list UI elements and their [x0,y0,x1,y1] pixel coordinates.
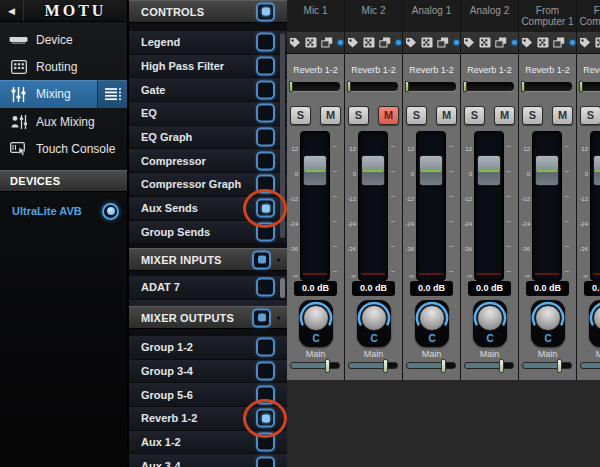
main-send-slider[interactable] [406,362,456,369]
aux-send-slider[interactable] [347,82,398,91]
aux-send-slider[interactable] [579,82,600,91]
channel-routing-grid-icon[interactable] [479,37,491,48]
mute-button[interactable]: M [378,106,399,125]
control-item-checkbox[interactable] [256,456,275,467]
channel-routing-grid-icon[interactable] [305,37,317,48]
control-item-checkbox[interactable] [256,175,275,194]
control-list-item[interactable]: Aux 1-2 [129,431,287,455]
mixer-outputs-master-checkbox[interactable] [252,308,271,327]
solo-button[interactable]: S [522,106,543,125]
channel-copy-icon[interactable] [495,37,507,48]
control-item-checkbox[interactable] [256,104,275,123]
device-row-ultralite-avb[interactable]: UltraLite AVB [0,198,127,224]
channel-tag-icon[interactable] [405,37,417,48]
aux-send-handle[interactable] [289,81,293,92]
control-list-item[interactable]: Group 1-2 [129,336,287,360]
channel-tag-icon[interactable] [463,37,475,48]
aux-send-handle[interactable] [521,81,525,92]
control-list-item[interactable]: High Pass Filter [129,55,287,79]
main-send-handle[interactable] [441,359,446,373]
main-send-handle[interactable] [499,359,504,373]
aux-send-handle[interactable] [347,81,351,92]
control-item-checkbox[interactable] [256,33,275,52]
control-list-item[interactable]: ADAT 7 [129,276,287,300]
back-button[interactable]: ◀ [0,0,24,21]
control-list-item[interactable]: Compressor Graph [129,173,287,197]
control-list-item[interactable]: Legend [129,31,287,55]
fader-track[interactable] [590,131,600,281]
control-item-checkbox[interactable] [256,222,275,241]
control-list-item[interactable]: Aux 3-4 [129,454,287,467]
mute-button[interactable]: M [436,106,457,125]
fader-handle[interactable] [535,155,559,186]
main-send-slider[interactable] [290,362,340,369]
sidebar-item-device[interactable]: Device [0,26,127,53]
fader-handle[interactable] [361,155,385,186]
solo-button[interactable]: S [348,106,369,125]
main-send-handle[interactable] [557,359,562,373]
aux-send-slider[interactable] [521,82,572,91]
control-item-checkbox[interactable] [256,385,275,404]
inputs-scrollbar-thumb[interactable] [280,278,285,298]
mute-button[interactable]: M [320,106,341,125]
control-item-checkbox[interactable] [256,128,275,147]
aux-send-slider[interactable] [289,82,340,91]
fader-handle[interactable] [419,155,443,186]
solo-button[interactable]: S [580,106,600,125]
device-selected-radio[interactable] [102,203,119,220]
main-send-handle[interactable] [325,359,330,373]
fader-track[interactable] [474,131,504,281]
control-list-item[interactable]: Group 3-4 [129,360,287,384]
main-send-slider[interactable] [580,362,600,369]
channel-copy-icon[interactable] [379,37,391,48]
control-item-checkbox[interactable] [256,338,275,357]
control-list-item[interactable]: Compressor [129,149,287,173]
fader-track[interactable] [532,131,562,281]
fader-handle[interactable] [477,155,501,186]
control-item-checkbox[interactable] [256,151,275,170]
main-send-handle[interactable] [383,359,388,373]
fader-track[interactable] [358,131,388,281]
control-item-checkbox[interactable] [256,199,275,218]
control-list-item[interactable]: EQ [129,102,287,126]
control-list-item[interactable]: Group 5-6 [129,383,287,407]
channel-routing-grid-icon[interactable] [363,37,375,48]
channel-tag-icon[interactable] [521,37,533,48]
mute-button[interactable]: M [494,106,515,125]
sidebar-item-routing[interactable]: Routing [0,53,127,80]
control-list-item[interactable]: Aux Sends [129,197,287,221]
mixing-view-options-button[interactable] [97,80,127,108]
aux-send-handle[interactable] [405,81,409,92]
control-item-checkbox[interactable] [256,433,275,452]
fader-track[interactable] [416,131,446,281]
fader-track[interactable] [300,131,330,281]
control-item-checkbox[interactable] [256,80,275,99]
channel-copy-icon[interactable] [437,37,449,48]
main-send-slider[interactable] [348,362,398,369]
control-list-item[interactable]: Gate [129,78,287,102]
channel-tag-icon[interactable] [289,37,301,48]
aux-send-handle[interactable] [463,81,467,92]
channel-routing-grid-icon[interactable] [421,37,433,48]
controls-scrollbar-thumb[interactable] [280,33,285,238]
control-list-item[interactable]: Reverb 1-2 [129,407,287,431]
control-item-checkbox[interactable] [256,278,275,297]
channel-tag-icon[interactable] [347,37,359,48]
mixer-inputs-master-checkbox[interactable] [252,250,271,269]
control-list-item[interactable]: Group Sends [129,221,287,245]
channel-copy-icon[interactable] [553,37,565,48]
channel-tag-icon[interactable] [579,37,591,48]
fader-handle[interactable] [303,155,327,186]
sidebar-item-mixing[interactable]: Mixing [0,80,127,108]
fader-handle[interactable] [593,155,600,186]
channel-copy-icon[interactable] [321,37,333,48]
controls-master-checkbox[interactable] [256,2,275,21]
main-send-slider[interactable] [464,362,514,369]
sidebar-item-aux-mixing[interactable]: Aux Mixing [0,108,127,135]
solo-button[interactable]: S [464,106,485,125]
solo-button[interactable]: S [290,106,311,125]
channel-routing-grid-icon[interactable] [595,37,600,48]
control-item-checkbox[interactable] [256,57,275,76]
control-item-checkbox[interactable] [256,409,275,428]
aux-send-slider[interactable] [463,82,514,91]
